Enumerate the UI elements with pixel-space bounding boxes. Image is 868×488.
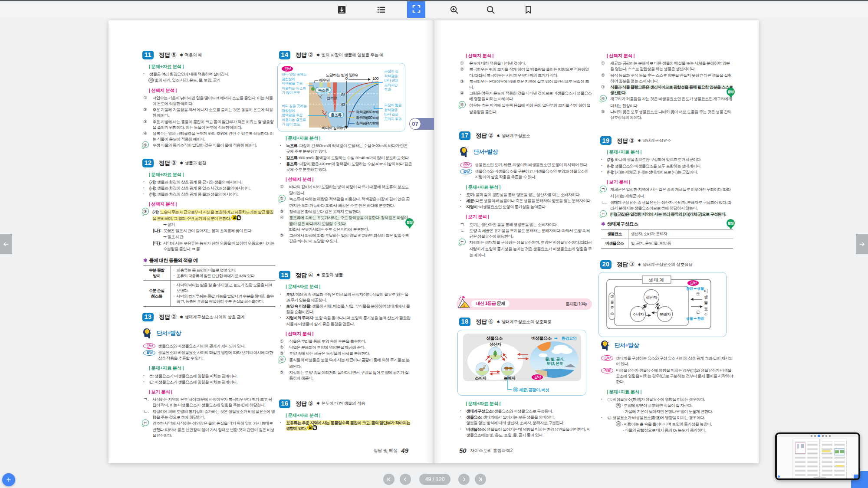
zoom-in-button[interactable] (445, 1, 463, 18)
explanation-item: ③토양 속에 사는 세균은 동식물의 사체를 분해한다. (280, 350, 412, 356)
text-segment: · 가을에 기온이 낮아지면 은행나무 잎이 노랗게 변한다. (623, 409, 713, 414)
text-segment: ➡ (192, 246, 195, 251)
section-label: | 문제+자료 분석 | (149, 365, 275, 371)
preview-thumbnail[interactable] (775, 432, 860, 480)
next-page-button[interactable] (458, 474, 470, 485)
explanation-item: ·생물요소: 생태계에서 살아가는 모든 생물을 의미한다.양분을 얻는 방식에… (460, 414, 592, 426)
explanation-item: ③청색광은 황색광보다 깊은 곳까지 도달한다. (280, 209, 412, 214)
trap-badge: 함정 (727, 88, 735, 96)
item-marker: ② (143, 107, 152, 112)
window-top-strip (0, 0, 868, 1)
item-marker: · (143, 379, 149, 385)
question-topic: ✱ 생태계구성요소의 상호작용 (496, 319, 551, 325)
text-segment: 사막에 사는 포유류는 농도가 진한 오줌을 배설하여 오줌으로 나가는 수분량… (163, 241, 274, 251)
example-circle-marker: 예 (148, 78, 154, 83)
fullscreen-button[interactable] (407, 0, 425, 18)
explanation-item: ·지렁이와 두더지: 토양 속을 돌아다니며 토양의 통기성을 높여 산소가 필… (280, 315, 412, 326)
left-page-column-1: 11정답⑤✱ 적응의 예| 문제+자료 분석 |·생물은 여러 환경요인에 대해… (143, 51, 275, 439)
item-marker: ① (143, 95, 152, 101)
pip-fullscreen-button (854, 475, 859, 479)
explanation-item: ·토양 속 미생물: 생물의 사체, 배설물, 낙엽, 부식물을 분해하여 생태… (280, 303, 412, 314)
svg-text:소비자: 소비자 (632, 311, 644, 316)
pip-page-spread (793, 439, 846, 479)
last-page-button[interactable] (475, 474, 486, 485)
bio-to-env-note: 생물 ➡ 환경 (686, 317, 714, 321)
table-row-header: 생물요소 (601, 229, 628, 239)
text-segment: 양분을 얻는 방식에 따라 생산자, 소비자, 분해자로 구분된다. (466, 420, 564, 425)
explanation-item: ·(나): 생물요소와 비생물요소를 모두 포함하는 생태계이다. (601, 163, 733, 169)
explanation-item: ㄱ.토끼는 생산자인 풀을 통해 영양분을 얻는 소비자이다. (460, 222, 592, 227)
correct-answer-circle: ② (279, 196, 286, 201)
chapter-tab[interactable]: 07 (415, 118, 434, 130)
text-segment: 파장이 짧은 470 nm의 청색광이 도달하는 수심 40 m 이상의 바다 … (286, 161, 412, 172)
add-button[interactable] (2, 473, 15, 486)
answer-explanation-item: ㄷ건조한 사막에 서식하는 선인장은 물의 손실을 막기 위해 잎이 가시 형태… (143, 420, 275, 439)
grade-mountain-icon: 1 (457, 295, 472, 309)
clue-idea-heading: 단서+발상 (600, 340, 733, 351)
text-segment: 공기 (167, 222, 175, 227)
page-right: | 선택지 분석 |①온도에 대한 적응을 나타낸 것이다.②북극여우는 귀의 … (434, 20, 759, 463)
item-marker: ⑤ (280, 233, 289, 238)
item-marker: · (460, 198, 466, 203)
svg-text:바다의 깊이(m): 바다의 깊이(m) (322, 126, 345, 130)
honey-tip-badge: 꿀팁 (307, 426, 318, 430)
grade-banner: 1 내신 1등급 문제문제편 104p (457, 298, 592, 310)
question-number: 17 (459, 131, 470, 140)
search-button[interactable] (481, 1, 500, 18)
bookmark-button[interactable] (519, 1, 537, 18)
item-marker: ㄷ (460, 239, 469, 246)
download-button[interactable] (332, 1, 351, 18)
text-segment: 생물과 환경의 상호 관계 중 공기와 생물의 예시이다. (156, 180, 242, 184)
clue-idea-heading: 단서+발상 (142, 328, 275, 339)
prev-page-button[interactable] (400, 474, 411, 485)
explanation-item: ㄴ.토양 속 세균은 유기물을 무기물로 분해하는 분해자이다. 따라서 토양 … (460, 228, 592, 239)
pip-nav (813, 477, 826, 478)
text-segment: 일조 시간 (167, 234, 183, 239)
item-marker: ⑤ (280, 370, 289, 375)
item-marker: ④ (143, 131, 152, 136)
prev-page-edge-button[interactable] (0, 234, 12, 254)
toc-button[interactable] (372, 1, 390, 18)
item-marker: · (143, 191, 149, 197)
item-marker: · (601, 163, 607, 169)
section-label: | 보기 분석 | (466, 214, 592, 219)
question-header-14: 14정답②✱ 빛의 파장이 생물에 영향을 주는 예 (279, 51, 412, 59)
page-indicator[interactable]: 49 / 120 (419, 474, 450, 485)
section-label: | 선택지 분석 | (607, 53, 733, 59)
item-marker: ① (280, 184, 289, 190)
item-marker: · (280, 161, 286, 167)
question-topic: ✱ 생물과 환경 (180, 160, 206, 166)
pip-toolbar-icon (822, 435, 824, 437)
explanation-item: ①식물은 뿌리를 통해 토양 속의 수분을 흡수한다. (280, 338, 412, 344)
text-segment: (가): (607, 157, 614, 162)
viewer-toolbar (0, 1, 868, 18)
table-row-content: 생산자, 소비자, 분해자 (628, 229, 733, 239)
text-segment: 나비와 꽃은 모두 생물요소로 나비와 꽃이 서로 도움을 주는 것은 생물 간… (610, 109, 731, 120)
item-marker: ④ (280, 357, 289, 364)
text-segment: 생물요소: (466, 415, 482, 419)
svg-text:20: 20 (341, 92, 345, 96)
svg-text:비생물요소: 비생물요소 (531, 336, 552, 341)
text-segment: 지렁이는 토양 속을 이리저리 돌아다니면서 구멍을 뚫어 토양에 공기가 잘 … (289, 370, 408, 380)
text-segment: 하나의 생물종으로만 구성되어 있으므로 개체군이다. (614, 157, 701, 162)
text-segment: 여우는 추운 지역에 살수록 몸집에 비해 몸의 말단부의 크기를 작게 하여 … (469, 103, 590, 114)
text-segment: (나): (149, 186, 156, 190)
question-number: 12 (142, 159, 154, 167)
answer-label: 정답 (296, 401, 307, 406)
question-topic: ✱ 생태계구성요소의 상호작용 (638, 262, 692, 268)
pip-text-column (822, 442, 832, 476)
question-header-16: 16정답⑤✱ 온도에 대한 생물의 적응 (279, 400, 412, 408)
explanation-item: ·(가): 생물과 환경의 상호 관계 중 공기와 생물의 예시이다. (143, 179, 275, 185)
text-segment: 개구리가 겨울잠을 자는 것은 비생물요소인 온도가 생물요소인 개구리에게 미… (610, 96, 732, 108)
item-marker: · (143, 373, 149, 379)
left-page-column-2: 14정답②✱ 빛의 파장이 생물에 영향을 주는 예 해수면 도달하는 빛의 양… (280, 51, 412, 432)
item-marker: ⑤ (601, 109, 610, 115)
next-page-edge-button[interactable] (856, 234, 868, 254)
answer-explanation-item: ㄷ(다)(군집)은 일정한 지역에 사는 여러 종류의 (가)(개체군)으로 구… (601, 211, 733, 218)
clue-pill-badge: 단서 (601, 355, 613, 361)
section-label: | 보기 분석 | (149, 389, 275, 395)
question-number: 14 (279, 51, 290, 59)
text-segment: (다): (607, 170, 614, 174)
figure-note: 파장이 짧은 청색광은 바다 깊은 곳까지 투과 (384, 103, 404, 121)
first-page-button[interactable] (383, 474, 395, 485)
